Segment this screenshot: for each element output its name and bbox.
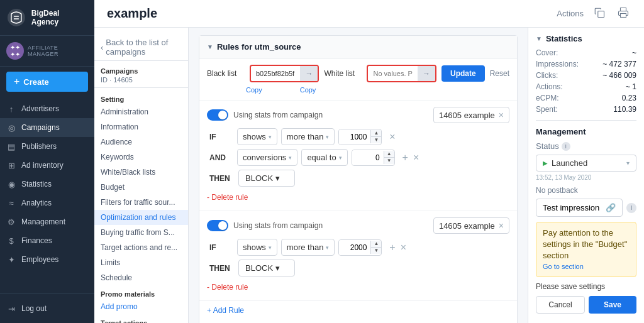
collapse-icon[interactable]: ▼ — [207, 43, 213, 50]
statistics-title: ▼ Statistics — [536, 34, 636, 43]
rule1-remove-icon[interactable]: × — [388, 130, 396, 144]
rule1-and-spinners: ▲ ▼ — [384, 151, 394, 164]
rule1-and-threshold-input[interactable] — [352, 150, 384, 165]
stats-divider — [536, 120, 636, 121]
nav-item-optimization[interactable]: Optimization and rules — [94, 210, 188, 225]
status-info-icon[interactable]: i — [562, 142, 570, 151]
rule2-delete-link[interactable]: - Delete rule — [207, 280, 248, 294]
rule1-and-spinner-down[interactable]: ▼ — [384, 158, 394, 164]
nav-item-schedule[interactable]: Schedule — [94, 270, 188, 285]
rule1-campaign-select[interactable]: 14605 example × — [433, 107, 509, 123]
sidebar-nav: ↑ Advertisers ◎ Campaigns ▤ Publishers ⊞… — [0, 97, 94, 293]
sidebar-item-label: Management — [21, 217, 65, 226]
sidebar-item-management[interactable]: ⚙ Management — [0, 212, 94, 231]
print-action-button[interactable] — [615, 4, 631, 23]
whitelist-arrow-button[interactable]: → — [418, 66, 435, 81]
reset-button[interactable]: Reset — [490, 69, 509, 78]
rule1-shows-value: shows — [243, 132, 266, 141]
chevron-down-icon: ▾ — [339, 155, 342, 161]
rule1-equal-to-select[interactable]: equal to ▾ — [301, 149, 347, 166]
status-select[interactable]: ▶ Launched ▾ — [536, 155, 636, 172]
rule2-shows-value: shows — [243, 243, 266, 252]
go-to-section-link[interactable]: Go to section — [543, 263, 584, 270]
rule2-more-than-value: more than — [287, 243, 324, 252]
nav-item-filters[interactable]: Filters for traffic sour... — [94, 195, 188, 210]
sidebar-item-finances[interactable]: $ Finances — [0, 231, 94, 250]
affiliate-area: ✦✦✦✦ AFFILIATE MANAGER — [0, 36, 94, 67]
sidebar-item-campaigns[interactable]: ◎ Campaigns — [0, 118, 94, 137]
test-impression-info-icon[interactable]: i — [626, 203, 636, 213]
rule1-spinner-down[interactable]: ▼ — [371, 137, 381, 143]
copy-action-button[interactable] — [591, 4, 608, 23]
rule2-threshold-input[interactable] — [339, 240, 370, 255]
rule1-toggle[interactable] — [207, 109, 228, 121]
sidebar-item-advertisers[interactable]: ↑ Advertisers — [0, 99, 94, 118]
nav-item-target-actions-re[interactable]: Target actions and re... — [94, 240, 188, 255]
create-button[interactable]: + Create — [6, 72, 88, 92]
rule2-campaign-clear-icon[interactable]: × — [499, 221, 504, 231]
rule1-shows-select[interactable]: shows ▾ — [237, 128, 277, 145]
nav-item-information[interactable]: Information — [94, 119, 188, 134]
management-title: Management — [536, 127, 636, 136]
rule2-remove-icon[interactable]: × — [399, 241, 408, 255]
rule2-spinner-up[interactable]: ▲ — [371, 241, 381, 248]
blacklist-arrow-button[interactable]: → — [300, 66, 318, 81]
blacklist-input-wrap: → — [250, 65, 319, 82]
rule2-spinner-down[interactable]: ▼ — [371, 248, 381, 254]
rule2-toggle[interactable] — [207, 220, 228, 231]
sidebar-item-logout[interactable]: ⇥ Log out — [0, 299, 94, 318]
whitelist-input[interactable] — [368, 67, 417, 80]
sidebar-item-label: Statistics — [21, 180, 52, 189]
sidebar-item-statistics[interactable]: ◉ Statistics — [0, 175, 94, 194]
nav-item-audience[interactable]: Audience — [94, 134, 188, 150]
rule1-and-spinner-up[interactable]: ▲ — [384, 151, 394, 158]
update-button[interactable]: Update — [441, 65, 485, 82]
logo-area: BigDeal Agency — [0, 0, 94, 36]
rule1-more-than-select[interactable]: more than ▾ — [281, 128, 335, 145]
finances-icon: $ — [6, 236, 16, 246]
rule2-block-select[interactable]: BLOCK ▾ — [238, 260, 295, 276]
rule1-add-and-icon[interactable]: + — [401, 151, 409, 165]
statistics-collapse-icon[interactable]: ▼ — [536, 35, 542, 42]
add-rule-button[interactable]: + Add Rule — [199, 301, 252, 320]
rule2-shows-select[interactable]: shows ▾ — [237, 239, 277, 256]
rule1-spinner-up[interactable]: ▲ — [371, 130, 381, 137]
rule1-spinners: ▲ ▼ — [370, 130, 381, 143]
whitelist-copy-link[interactable]: Copy — [300, 86, 316, 94]
nav-item-budget[interactable]: Budget — [94, 180, 188, 195]
rule1-threshold-input[interactable] — [339, 129, 370, 145]
sidebar-item-analytics[interactable]: ≈ Analytics — [0, 194, 94, 212]
chevron-down-icon: ▾ — [269, 134, 272, 140]
rule1-remove-and-icon[interactable]: × — [412, 151, 420, 165]
rule2-add-icon[interactable]: + — [388, 241, 396, 255]
impressions-value: ~ 472 377 — [602, 60, 636, 68]
sidebar-item-ad-inventory[interactable]: ⊞ Ad inventory — [0, 156, 94, 175]
cancel-button[interactable]: Cancel — [536, 296, 585, 314]
back-to-list-link[interactable]: ‹ Back to the list of campaigns — [94, 34, 188, 61]
rule1-block-select[interactable]: BLOCK ▾ — [238, 170, 295, 187]
sidebar-item-publishers[interactable]: ▤ Publishers — [0, 137, 94, 156]
nav-item-keywords[interactable]: Keywords — [94, 150, 188, 165]
nav-item-limits[interactable]: Limits — [94, 255, 188, 270]
nav-item-add-promo[interactable]: Add promo — [94, 299, 188, 314]
nav-item-white-black-lists[interactable]: White/Black lists — [94, 165, 188, 180]
sidebar-item-label: Publishers — [21, 142, 57, 151]
nav-item-buying-traffic[interactable]: Buying traffic from S... — [94, 225, 188, 240]
status-date: 13:52, 13 May 2020 — [536, 174, 636, 181]
sidebar-item-employees[interactable]: ✦ Employees — [0, 250, 94, 269]
rule2-campaign-value: 14605 example — [439, 221, 495, 231]
blacklist-copy-link[interactable]: Copy — [246, 86, 262, 94]
logo-text: BigDeal Agency — [31, 9, 88, 27]
test-impression-button[interactable]: Test impression 🔗 — [536, 199, 623, 217]
rule2-campaign-select[interactable]: 14605 example × — [433, 217, 509, 234]
rule1-conversions-select[interactable]: conversions ▾ — [237, 149, 297, 166]
rule1-delete-link[interactable]: - Delete rule — [207, 190, 248, 204]
save-button[interactable]: Save — [589, 296, 636, 314]
rule2-more-than-select[interactable]: more than ▾ — [281, 239, 335, 256]
rule-1-block: Using stats from campaign 14605 example … — [199, 101, 517, 211]
chevron-down-icon: ▾ — [275, 173, 280, 183]
rule1-campaign-clear-icon[interactable]: × — [499, 110, 504, 120]
topbar-actions: Actions — [557, 4, 631, 23]
nav-item-administration[interactable]: Administration — [94, 104, 188, 119]
blacklist-input[interactable] — [251, 67, 300, 80]
